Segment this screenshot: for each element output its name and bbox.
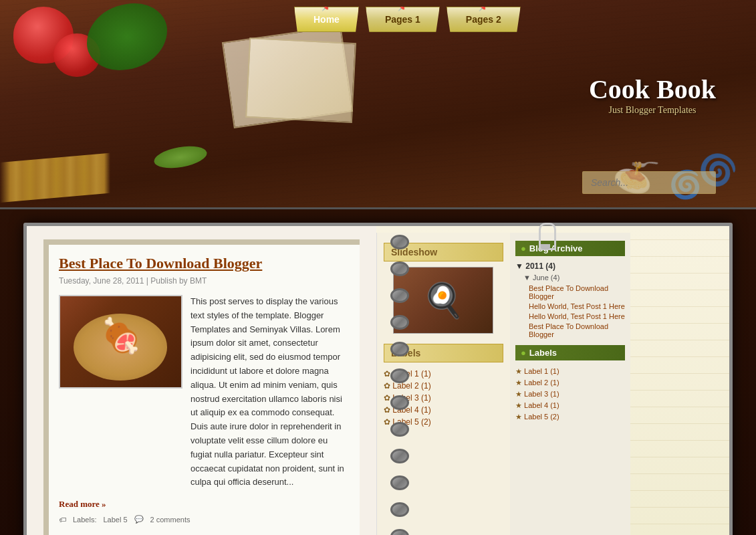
site-tagline: Just Blogger Templates: [589, 105, 716, 116]
nav-home[interactable]: Home: [294, 7, 359, 32]
ring-12: [390, 529, 409, 535]
ring-10: [390, 475, 409, 490]
ring-11: [390, 502, 409, 517]
search-input[interactable]: [582, 171, 716, 194]
right-section: Slideshow Labels Label 1 (1): [376, 225, 731, 535]
ring-2: [390, 261, 409, 276]
post-content-area: This post serves to display the various …: [59, 295, 350, 490]
sidebar-label-2[interactable]: Label 2 (1): [524, 379, 559, 387]
notebook: Best Place To Download Blogger Tuesday, …: [23, 223, 733, 535]
search-area: [582, 171, 716, 194]
list-item: Label 4 (1): [515, 400, 625, 411]
post-meta: Tuesday, June 28, 2011 | Publish by BMT: [59, 276, 350, 286]
nav-pages2[interactable]: Pages 2: [447, 7, 521, 32]
post-title[interactable]: Best Place To Download Blogger: [59, 255, 350, 272]
sidebar-label-1[interactable]: Label 1 (1): [524, 367, 559, 375]
ring-1: [390, 235, 409, 249]
list-item: Label 2 (1): [515, 377, 625, 389]
ring-9: [390, 449, 409, 463]
post-text-snippet: This post serves to display the various …: [191, 295, 350, 490]
site-title-area: Cook Book Just Blogger Templates: [589, 74, 716, 116]
list-item: Label 5 (2): [515, 411, 625, 423]
sidebar-label-4[interactable]: Label 4 (1): [524, 401, 559, 409]
archive-post-4[interactable]: Best Place To Download Blogger: [529, 322, 625, 338]
post-comments-link[interactable]: 2 comments: [150, 516, 191, 524]
blog-posts-page: Best Place To Download Blogger Tuesday, …: [25, 225, 376, 535]
list-item: Label 1 (1): [515, 366, 625, 377]
paper-clip: [535, 223, 555, 249]
post-image: [59, 295, 182, 389]
right-content: Slideshow Labels Label 1 (1): [376, 233, 729, 535]
post-labels-value[interactable]: Label 5: [103, 516, 127, 524]
ring-3: [390, 288, 409, 303]
labels-sidebar-title: Labels: [515, 345, 625, 360]
spiral-binding: [386, 225, 413, 535]
sidebar-labels-list: Label 1 (1) Label 2 (1) Label 3 (1) Labe…: [515, 366, 625, 423]
archive-title: Blog Archive: [515, 241, 625, 256]
ring-4: [390, 315, 409, 330]
ring-7: [390, 395, 409, 410]
main-content: Best Place To Download Blogger Tuesday, …: [0, 207, 756, 535]
clip-area: [376, 226, 729, 233]
nav-pages1[interactable]: Pages 1: [366, 7, 440, 32]
post-author[interactable]: Publish by BMT: [150, 276, 207, 286]
blog-archive-widget: Blog Archive ▼ 2011 (4) ▼ June (4) Best …: [515, 241, 625, 338]
labels-sidebar-widget: Labels Label 1 (1) Label 2 (1) Label 3 (…: [515, 345, 625, 423]
site-title: Cook Book: [589, 74, 716, 105]
archive-post-1[interactable]: Best Place To Download Blogger: [529, 284, 625, 300]
archive-post-2[interactable]: Hello World, Test Post 1 Here: [529, 302, 625, 310]
archive-sidebar: Blog Archive ▼ 2011 (4) ▼ June (4) Best …: [510, 233, 630, 535]
post-labels-label: Labels:: [73, 516, 96, 524]
ring-8: [390, 422, 409, 437]
sidebar-label-3[interactable]: Label 3 (1): [524, 390, 559, 398]
archive-year[interactable]: ▼ 2011 (4): [515, 261, 625, 271]
post-comments-icon: 💬: [134, 515, 144, 524]
post-date: Tuesday, June 28, 2011: [59, 276, 144, 286]
post-footer: 🏷 Labels: Label 5 💬 2 comments: [59, 515, 350, 524]
header: 🍝 🌀 🌀 Home Pages 1 Pages 2 Cook Book Jus…: [0, 0, 756, 207]
archive-post-3[interactable]: Hello World, Test Post 1 Here: [529, 312, 625, 320]
sidebar-label-5[interactable]: Label 5 (2): [524, 413, 559, 421]
navigation: Home Pages 1 Pages 2: [294, 7, 521, 32]
ring-5: [390, 342, 409, 356]
read-more-link[interactable]: Read more »: [59, 499, 350, 510]
list-item: Label 3 (1): [515, 389, 625, 400]
post-labels-icon: 🏷: [59, 516, 66, 524]
ring-6: [390, 368, 409, 383]
archive-month[interactable]: ▼ June (4): [523, 274, 625, 282]
